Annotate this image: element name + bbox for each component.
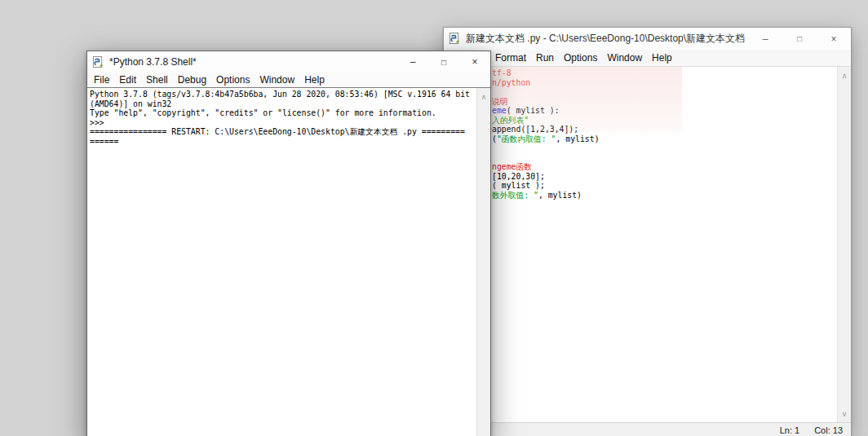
editor-text-area[interactable]: tf-8n/python说明eme( mylist ):入的列表"append(… [444, 67, 851, 422]
scroll-down-icon[interactable]: ∨ [838, 407, 851, 420]
shell-window: *Python 3.7.8 Shell* – □ × FileEditShell… [86, 51, 491, 436]
code-line [492, 143, 851, 153]
code-line [492, 87, 851, 97]
code-line: 说明 [492, 97, 851, 107]
shell-window-controls: – □ × [397, 51, 490, 73]
code-line: tf-8 [492, 68, 851, 78]
close-icon[interactable]: × [817, 28, 851, 50]
menu-item-file[interactable]: File [89, 74, 114, 86]
editor-statusbar: Ln: 1 Col: 13 [444, 422, 851, 436]
editor-window: 新建文本文档 .py - C:\Users\EeeDong-10\Desktop… [443, 27, 852, 436]
shell-titlebar[interactable]: *Python 3.7.8 Shell* – □ × [87, 51, 490, 73]
code-line: 数外取值: ", mylist) [492, 191, 851, 200]
close-icon[interactable]: × [459, 51, 490, 73]
scroll-up-icon[interactable]: ∧ [838, 69, 851, 81]
shell-menubar: FileEditShellDebugOptionsWindowHelp [87, 73, 490, 87]
code-line: ("函数内取值: ", mylist) [492, 134, 851, 144]
editor-code: tf-8n/python说明eme( mylist ):入的列表"append(… [444, 67, 851, 200]
editor-scrollbar[interactable]: ∧ ∨ [837, 67, 851, 422]
shell-output: Python 3.7.8 (tags/v3.7.8:4b47a5b6ba, Ju… [87, 88, 490, 146]
shell-text-area[interactable]: Python 3.7.8 (tags/v3.7.8:4b47a5b6ba, Ju… [87, 87, 490, 436]
editor-menubar: FormatRunOptionsWindowHelp [444, 50, 851, 67]
minimize-icon[interactable]: – [397, 51, 428, 73]
code-line: eme( mylist ): [492, 106, 851, 116]
code-line: [10,20,30]; [492, 172, 851, 182]
maximize-icon[interactable]: □ [428, 51, 459, 73]
shell-line: ====== [90, 137, 489, 147]
editor-window-controls: – □ × [748, 28, 851, 50]
code-line: 入的列表" [492, 116, 851, 126]
code-line: ngeme函数 [492, 162, 851, 172]
shell-line: ================ RESTART: C:\Users\EeeDo… [90, 127, 489, 137]
menu-item-help[interactable]: Help [299, 74, 330, 86]
menu-item-debug[interactable]: Debug [173, 74, 211, 86]
code-line: ( mylist ); [492, 181, 851, 191]
status-column-indicator: Col: 13 [814, 425, 843, 435]
menu-item-window[interactable]: Window [602, 52, 647, 64]
editor-titlebar[interactable]: 新建文本文档 .py - C:\Users\EeeDong-10\Desktop… [444, 28, 851, 50]
idle-file-icon [449, 33, 461, 45]
menu-item-help[interactable]: Help [647, 52, 677, 64]
menu-item-options[interactable]: Options [211, 74, 255, 86]
code-line [492, 153, 851, 163]
menu-item-options[interactable]: Options [559, 52, 602, 64]
minimize-icon[interactable]: – [748, 28, 782, 50]
shell-line: Python 3.7.8 (tags/v3.7.8:4b47a5b6ba, Ju… [90, 90, 489, 99]
maximize-icon[interactable]: □ [782, 28, 817, 50]
menu-item-edit[interactable]: Edit [114, 74, 141, 86]
status-line-indicator: Ln: 1 [780, 425, 799, 435]
menu-item-shell[interactable]: Shell [141, 74, 173, 86]
menu-item-window[interactable]: Window [255, 74, 299, 86]
shell-line: >>> [90, 118, 489, 128]
code-line: append([1,2,3,4]); [492, 125, 851, 134]
editor-title: 新建文本文档 .py - C:\Users\EeeDong-10\Desktop… [466, 32, 748, 46]
shell-title: *Python 3.7.8 Shell* [109, 56, 397, 68]
menu-item-format[interactable]: Format [490, 52, 531, 64]
desktop: 新建文本文档 .py - C:\Users\EeeDong-10\Desktop… [0, 0, 868, 436]
idle-shell-icon [92, 56, 104, 68]
code-line: n/python [492, 78, 851, 88]
shell-line: (AMD64)] on win32 [90, 99, 489, 109]
scroll-up-icon[interactable]: ∧ [477, 90, 490, 103]
menu-item-run[interactable]: Run [531, 52, 559, 64]
shell-line: Type "help", "copyright", "credits" or "… [90, 108, 489, 118]
shell-scrollbar[interactable]: ∧ [476, 88, 490, 436]
